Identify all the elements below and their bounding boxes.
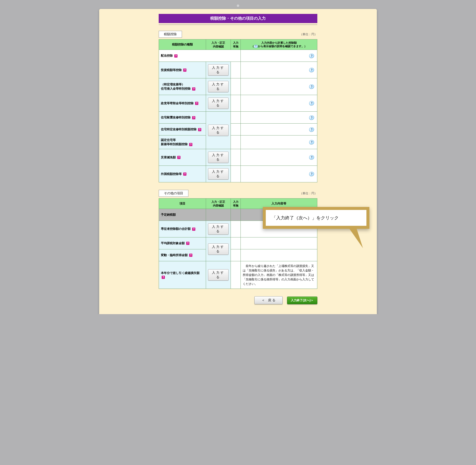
calc-housing: ? bbox=[241, 78, 317, 95]
help-icon[interactable]: ? bbox=[189, 254, 192, 257]
next-button[interactable]: 入力終了(次へ)＞ bbox=[287, 297, 317, 304]
content-fluctuation bbox=[241, 249, 317, 261]
status-foreign bbox=[231, 166, 241, 182]
input-button-carryforward[interactable]: 入力する bbox=[208, 269, 229, 281]
th-item: 項目 bbox=[159, 199, 206, 209]
help-icon[interactable]: ? bbox=[195, 102, 198, 105]
input-button-invest[interactable]: 入力する bbox=[208, 64, 229, 76]
status-certified bbox=[231, 135, 241, 149]
th-input-confirm: 入力・訂正 内容確認 bbox=[206, 39, 231, 50]
note-carryforward: 前年から繰り越された「上場株式等の譲渡損失」又は「先物取引に係る損失」がある方は… bbox=[241, 261, 317, 289]
th-status2: 入力 有無 bbox=[231, 199, 241, 209]
calc-dividend: ? bbox=[241, 50, 317, 62]
callout-text: 「入力終了（次へ）」をクリック bbox=[266, 210, 366, 226]
row-dividend: 配当控除 ? bbox=[159, 50, 241, 62]
page-title: 税額控除・その他の項目の入力 bbox=[159, 14, 317, 23]
status-disaster bbox=[231, 149, 241, 166]
status-fluctuation bbox=[231, 249, 241, 261]
info-icon[interactable]: ? bbox=[309, 68, 314, 72]
help-icon[interactable]: ? bbox=[254, 45, 258, 48]
row-average: 平均課税対象金額 ? bbox=[159, 237, 206, 249]
status-carryforward bbox=[231, 261, 241, 289]
calc-invest: ? bbox=[241, 62, 317, 78]
tax-credit-table: 税額控除の種類 入力・訂正 内容確認 入力 有無 入力内容から計算した控除額 （… bbox=[159, 39, 317, 182]
status-housing bbox=[231, 78, 241, 95]
row-carryforward: 本年分で差し引く繰越損失額 ? bbox=[159, 261, 206, 289]
status-average bbox=[231, 237, 241, 249]
calc-quake: ? bbox=[241, 112, 317, 124]
help-icon[interactable]: ? bbox=[192, 116, 195, 119]
content-average bbox=[241, 237, 317, 249]
input-button-disaster[interactable]: 入力する bbox=[208, 152, 229, 163]
instruction-callout: 「入力終了（次へ）」をクリック bbox=[263, 207, 369, 229]
back-button[interactable]: ＜ 戻 る bbox=[254, 296, 283, 304]
row-invest: 投資税額等控除 ? bbox=[159, 62, 206, 78]
callout-tail bbox=[349, 228, 363, 248]
help-icon[interactable]: ? bbox=[192, 87, 195, 91]
help-icon[interactable]: ? bbox=[162, 276, 165, 279]
status-dependent bbox=[231, 221, 241, 237]
info-icon[interactable]: ? bbox=[309, 172, 314, 176]
info-icon[interactable]: ? bbox=[309, 115, 314, 120]
footer-buttons: ＜ 戻 る 入力終了(次へ)＞ bbox=[159, 296, 317, 304]
cell-disabled bbox=[206, 209, 231, 221]
input-button-housing[interactable]: 入力する bbox=[208, 81, 229, 92]
row-certified: 認定住宅等 新築等特別税額控除 ? bbox=[159, 135, 206, 149]
section2-label: その他の項目 bbox=[159, 190, 188, 197]
calc-party: ? bbox=[241, 95, 317, 112]
info-icon[interactable]: ? bbox=[309, 84, 314, 89]
help-icon[interactable]: ? bbox=[174, 54, 178, 58]
th-status: 入力 有無 bbox=[231, 39, 241, 50]
unit-label-1: （単位：円） bbox=[299, 32, 317, 36]
row-specific: 住宅特定改修特別税額控除 ? bbox=[159, 124, 206, 135]
info-icon[interactable]: ? bbox=[309, 155, 314, 160]
calc-disaster: ? bbox=[241, 149, 317, 166]
th-calc: 入力内容から計算した控除額 （?から表示金額の説明を確認できます。） bbox=[241, 39, 317, 50]
input-button-dependent[interactable]: 入力する bbox=[208, 223, 229, 235]
status-specific bbox=[231, 124, 241, 135]
row-foreign: 外国税額控除等 ? bbox=[159, 166, 206, 182]
row-dependent-total: 専従者控除額の合計額 ? bbox=[159, 221, 206, 237]
help-icon[interactable]: ? bbox=[177, 156, 180, 159]
cell-disabled bbox=[231, 209, 241, 221]
calc-certified: ? bbox=[241, 135, 317, 149]
section1-label: 税額控除 bbox=[159, 31, 182, 38]
section-tax-credit: 税額控除 （単位：円） 税額控除の種類 入力・訂正 内容確認 入力 有無 bbox=[159, 31, 317, 182]
input-button-party[interactable]: 入力する bbox=[208, 98, 229, 109]
calc-specific: ? bbox=[241, 124, 317, 135]
page-body: 税額控除・その他の項目の入力 税額控除 （単位：円） 税額控除の種類 入力・訂正… bbox=[99, 9, 377, 314]
info-icon[interactable]: ? bbox=[309, 101, 314, 105]
tab-indicator bbox=[237, 4, 239, 7]
title-divider bbox=[159, 25, 317, 25]
status-invest bbox=[231, 62, 241, 78]
status-party bbox=[231, 95, 241, 112]
help-icon[interactable]: ? bbox=[189, 143, 192, 146]
input-button-avg-group[interactable]: 入力する bbox=[208, 243, 229, 255]
input-button-housing-group[interactable]: 入力する bbox=[208, 125, 229, 136]
calc-foreign: ? bbox=[241, 166, 317, 182]
row-quake: 住宅耐震改修特別控除 ? bbox=[159, 112, 206, 124]
status-quake bbox=[231, 112, 241, 124]
help-icon[interactable]: ? bbox=[192, 228, 195, 231]
th-type: 税額控除の種類 bbox=[159, 39, 206, 50]
input-button-foreign[interactable]: 入力する bbox=[208, 168, 229, 180]
help-icon[interactable]: ? bbox=[183, 68, 186, 72]
row-housing-loan: （特定増改築等） 住宅借入金等特別控除 ? bbox=[159, 78, 206, 95]
th-input-confirm2: 入力・訂正 内容確認 bbox=[206, 199, 231, 209]
info-icon[interactable]: ? bbox=[309, 54, 314, 58]
info-icon[interactable]: ? bbox=[309, 127, 314, 132]
help-icon[interactable]: ? bbox=[183, 172, 186, 176]
help-icon[interactable]: ? bbox=[186, 242, 189, 245]
row-scheduled-tax: 予定納税額 bbox=[159, 209, 206, 221]
section-other: その他の項目 （単位：円） 項目 入力・訂正 内容確認 入力 有無 bbox=[159, 190, 317, 289]
info-icon[interactable]: ? bbox=[309, 140, 314, 144]
help-icon[interactable]: ? bbox=[198, 128, 201, 131]
tab-bar bbox=[99, 2, 377, 9]
row-party: 政党等寄附金等特別控除 ? bbox=[159, 95, 206, 112]
row-fluctuation: 変動・臨時所得金額 ? bbox=[159, 249, 206, 261]
unit-label-2: （単位：円） bbox=[299, 191, 317, 196]
row-disaster: 災害減免額 ? bbox=[159, 149, 206, 166]
browser-chrome: 税額控除・その他の項目の入力 税額控除 （単位：円） 税額控除の種類 入力・訂正… bbox=[99, 0, 377, 314]
